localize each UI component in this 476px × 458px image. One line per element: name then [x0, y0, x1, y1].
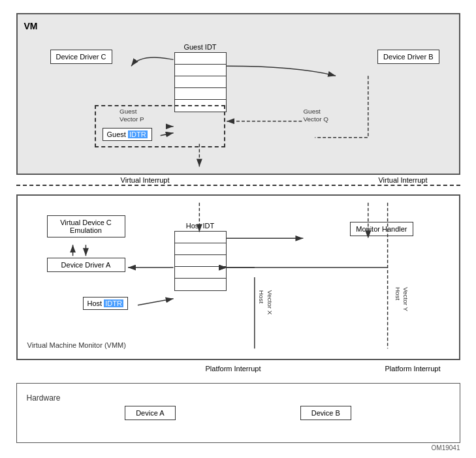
device-a-box: Device A: [125, 406, 175, 420]
monitor-handler-box: Monitor Handler: [350, 222, 413, 236]
host-idt: Host IDT: [174, 222, 227, 291]
vm-inner: Device Driver C Guest IDT Device Driver …: [24, 37, 452, 167]
platform-interrupt-area: Platform Interrupt Platform Interrupt: [16, 360, 460, 376]
device-b-box: Device B: [300, 406, 351, 420]
vm-dashed-box: [95, 105, 225, 147]
guest-idt: Guest IDT: [174, 43, 227, 112]
device-driver-c-box: Device Driver C: [50, 50, 112, 64]
guest-idtr-box: Guest IDTR: [103, 128, 152, 141]
guest-idt-table: [174, 52, 227, 112]
host-idtr-highlight: IDTR: [104, 299, 123, 307]
virtual-device-c-emulation-box: Virtual Device CEmulation: [47, 215, 125, 237]
virtual-interrupt-left-label: Virtual Interrupt: [121, 176, 170, 184]
guest-idt-row-3: [175, 76, 226, 88]
om-ref: OM19041: [16, 444, 460, 451]
svg-text:Host: Host: [257, 290, 264, 304]
device-driver-b-box: Device Driver B: [377, 50, 439, 64]
svg-text:Vector Y: Vector Y: [402, 287, 409, 312]
platform-interrupt-right-label: Platform Interrupt: [385, 365, 441, 373]
dashed-separator: [16, 185, 460, 186]
vm-label: VM: [24, 21, 452, 31]
host-idt-row-1: [175, 232, 226, 243]
device-driver-a-box: Device Driver A: [47, 258, 125, 272]
diagram-container: VM Device Driver C Guest IDT Device Dri: [16, 13, 460, 458]
host-idt-row-4: [175, 267, 226, 279]
host-idt-row-2: [175, 243, 226, 255]
guest-idt-row-2: [175, 65, 226, 76]
vmm-inner: Virtual Device CEmulation Device Driver …: [24, 202, 452, 352]
host-idt-label: Host IDT: [174, 222, 227, 230]
hardware-box: Hardware Device A Device B: [16, 383, 460, 443]
svg-text:Vector X: Vector X: [266, 290, 273, 315]
svg-text:Vector Q: Vector Q: [303, 115, 328, 123]
guest-idt-row-1: [175, 53, 226, 65]
host-idt-row-5: [175, 279, 226, 290]
guest-idtr-highlight: IDTR: [128, 130, 148, 138]
guest-idt-row-4: [175, 88, 226, 100]
svg-text:Host: Host: [394, 287, 401, 301]
vm-box: VM Device Driver C Guest IDT Device Dri: [16, 13, 460, 175]
virtual-interrupt-right-label: Virtual Interrupt: [378, 176, 427, 184]
host-idtr-box: Host IDTR: [83, 297, 128, 310]
hardware-label: Hardware: [27, 393, 61, 403]
hardware-inner: Hardware Device A Device B: [24, 390, 453, 436]
guest-idt-label: Guest IDT: [174, 43, 227, 51]
host-idt-row-3: [175, 255, 226, 267]
separator-area: Virtual Interrupt Virtual Interrupt: [16, 175, 460, 194]
svg-text:Guest: Guest: [303, 108, 321, 115]
host-idt-table: [174, 231, 227, 291]
vmm-label: Virtual Machine Monitor (VMM): [27, 341, 126, 349]
platform-interrupt-left-label: Platform Interrupt: [206, 365, 261, 373]
vmm-box: Virtual Device CEmulation Device Driver …: [16, 194, 460, 360]
